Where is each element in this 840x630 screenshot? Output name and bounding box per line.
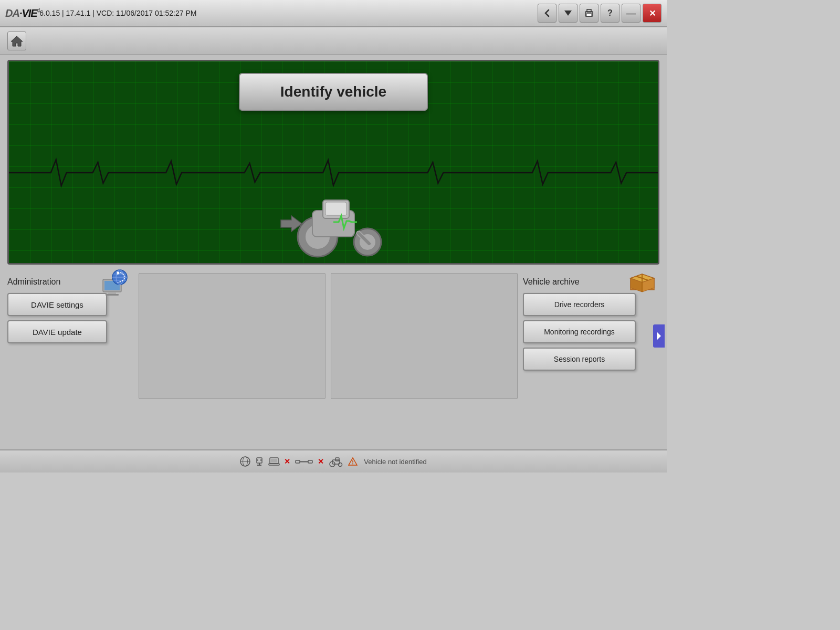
dropdown-button[interactable] (559, 4, 578, 23)
svg-rect-45 (296, 460, 300, 463)
svg-rect-19 (108, 292, 116, 294)
identify-vehicle-button[interactable]: Identify vehicle (239, 73, 428, 111)
svg-rect-20 (106, 294, 119, 296)
svg-rect-11 (326, 202, 346, 215)
archive-icon (628, 269, 657, 292)
session-reports-button[interactable]: Session reports (523, 348, 636, 371)
hero-banner: Identify vehicle (7, 60, 659, 265)
status-bar: ✕ ✕ Vehicle not identified (0, 449, 667, 472)
app-logo: DA·VIE4 (5, 7, 39, 19)
archive-panel: Vehicle archive Drive recorders Monitori… (523, 273, 659, 399)
svg-rect-51 (335, 458, 339, 461)
globe-status-icon (240, 456, 250, 467)
svg-marker-0 (564, 10, 572, 16)
empty-panel-1 (139, 273, 326, 399)
tractor-status-icon (328, 456, 344, 467)
admin-icon (98, 269, 129, 298)
print-button[interactable] (580, 4, 598, 23)
title-buttons: ? — ✕ (538, 4, 662, 23)
scroll-right-arrow[interactable] (653, 324, 665, 348)
svg-point-54 (352, 464, 353, 465)
nav-bar (0, 27, 667, 55)
empty-panel-2 (331, 273, 518, 399)
bottom-section: Administration DAVIE settings DAVIE upda… (7, 273, 659, 399)
drive-recorders-button[interactable]: Drive recorders (523, 293, 636, 316)
davie-update-button[interactable]: DAVIE update (7, 320, 107, 343)
version-info: 6.0.15 | 17.41.1 | VCD: 11/06/2017 01:52… (39, 9, 538, 17)
main-content: Identify vehicle (0, 55, 667, 449)
x-mark-2: ✕ (318, 457, 324, 466)
network-status-icon (255, 457, 264, 466)
svg-marker-4 (11, 36, 23, 46)
close-button[interactable]: ✕ (643, 4, 662, 23)
back-button[interactable] (538, 4, 556, 23)
davie-settings-button[interactable]: DAVIE settings (7, 293, 107, 316)
x-mark-1: ✕ (284, 457, 290, 466)
help-button[interactable]: ? (601, 4, 620, 23)
svg-rect-2 (587, 9, 591, 12)
svg-rect-3 (586, 14, 592, 16)
admin-panel: Administration DAVIE settings DAVIE upda… (7, 273, 133, 399)
cable-status-icon (295, 457, 313, 466)
svg-rect-43 (271, 459, 277, 463)
warning-status-icon (348, 457, 358, 466)
title-bar: DA·VIE4 6.0.15 | 17.41.1 | VCD: 11/06/20… (0, 0, 667, 27)
vehicle-icon (265, 163, 402, 258)
status-text: Vehicle not identified (364, 458, 426, 466)
svg-point-49 (339, 463, 342, 467)
minimize-button[interactable]: — (622, 4, 640, 23)
laptop-status-icon (268, 457, 280, 466)
home-button[interactable] (7, 32, 26, 50)
svg-rect-44 (269, 464, 279, 465)
monitoring-recordings-button[interactable]: Monitoring recordings (523, 320, 636, 343)
svg-rect-47 (308, 460, 312, 463)
svg-marker-33 (657, 332, 661, 340)
